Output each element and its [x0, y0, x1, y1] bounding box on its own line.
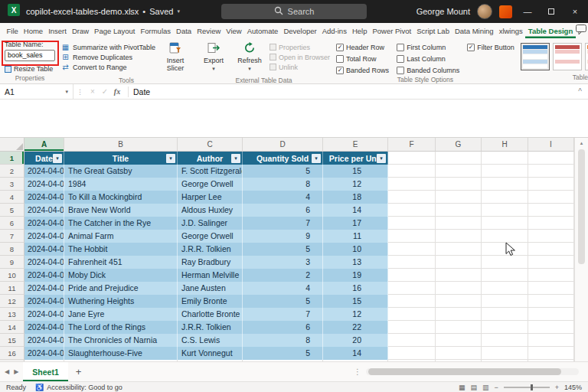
- cell-i12[interactable]: [528, 295, 574, 308]
- cell-d13[interactable]: 7: [243, 308, 323, 321]
- ribbon-tab-review[interactable]: Review: [194, 23, 224, 38]
- row-header-1[interactable]: 1: [0, 152, 24, 165]
- cell-i16[interactable]: [528, 347, 574, 360]
- cell-g7[interactable]: [436, 230, 482, 243]
- cell-i7[interactable]: [528, 230, 574, 243]
- sheet-nav-left-icon[interactable]: ◀: [5, 368, 9, 375]
- cell-a10[interactable]: 2024-04-05: [24, 269, 64, 282]
- cell-e17[interactable]: [323, 360, 388, 361]
- cell-b1[interactable]: Title▾: [64, 152, 178, 165]
- tab-splitter[interactable]: ⋮: [354, 368, 361, 376]
- sheet-tab-sheet1[interactable]: Sheet1: [23, 362, 67, 381]
- cell-f14[interactable]: [388, 321, 436, 334]
- cell-f3[interactable]: [388, 178, 436, 191]
- cell-h3[interactable]: [482, 178, 528, 191]
- cell-e11[interactable]: 16: [323, 282, 388, 295]
- red-table-style-thumbnail[interactable]: [553, 43, 582, 70]
- user-avatar[interactable]: [477, 4, 492, 19]
- cell-a1[interactable]: Date▾: [24, 152, 64, 165]
- filter-button-date[interactable]: ▾: [53, 154, 62, 163]
- filter-button-title[interactable]: ▾: [166, 154, 175, 163]
- cell-g1[interactable]: [436, 152, 482, 165]
- cell-a14[interactable]: 2024-04-07: [24, 321, 64, 334]
- maximize-button[interactable]: [543, 7, 560, 16]
- cell-b4[interactable]: To Kill a Mockingbird: [64, 191, 178, 204]
- cell-b5[interactable]: Brave New World: [64, 204, 178, 217]
- row-header-15[interactable]: 15: [0, 334, 24, 347]
- orange-table-style-thumbnail[interactable]: [585, 43, 588, 70]
- ribbon-tab-table-design[interactable]: Table Design: [525, 23, 575, 38]
- column-header-g[interactable]: G: [436, 138, 482, 152]
- cell-g13[interactable]: [436, 308, 482, 321]
- row-header-16[interactable]: 16: [0, 347, 24, 360]
- cell-a7[interactable]: 2024-04-04: [24, 230, 64, 243]
- cell-g2[interactable]: [436, 165, 482, 178]
- cell-f8[interactable]: [388, 243, 436, 256]
- row-header-17[interactable]: 17: [0, 360, 24, 361]
- horizontal-scrollbar[interactable]: [366, 368, 579, 375]
- header-row-checkbox[interactable]: ✓Header Row: [336, 43, 389, 51]
- cell-a16[interactable]: 2024-04-08: [24, 347, 64, 360]
- row-header-3[interactable]: 3: [0, 178, 24, 191]
- cell-d17[interactable]: [243, 360, 323, 361]
- cell-c17[interactable]: [178, 360, 243, 361]
- cell-i17[interactable]: [528, 360, 574, 361]
- normal-view-icon[interactable]: ▦: [459, 384, 466, 391]
- row-header-4[interactable]: 4: [0, 191, 24, 204]
- cell-e7[interactable]: 11: [323, 230, 388, 243]
- cell-a15[interactable]: 2024-04-08: [24, 334, 64, 347]
- cell-f2[interactable]: [388, 165, 436, 178]
- cell-f5[interactable]: [388, 204, 436, 217]
- cell-d8[interactable]: 5: [243, 243, 323, 256]
- cell-h13[interactable]: [482, 308, 528, 321]
- cell-a12[interactable]: 2024-04-06: [24, 295, 64, 308]
- cell-d5[interactable]: 6: [243, 204, 323, 217]
- ribbon-tab-draw[interactable]: Draw: [69, 23, 91, 38]
- table-name-input[interactable]: book_sales: [5, 50, 55, 61]
- cell-g14[interactable]: [436, 321, 482, 334]
- cell-f1[interactable]: [388, 152, 436, 165]
- cell-g8[interactable]: [436, 243, 482, 256]
- page-break-view-icon[interactable]: ▥: [482, 384, 489, 391]
- cell-b2[interactable]: The Great Gatsby: [64, 165, 178, 178]
- cell-d6[interactable]: 7: [243, 217, 323, 230]
- cell-f7[interactable]: [388, 230, 436, 243]
- cell-c9[interactable]: Ray Bradbury: [178, 256, 243, 269]
- cell-h4[interactable]: [482, 191, 528, 204]
- convert-to-range-button[interactable]: ⇄Convert to Range: [61, 62, 155, 72]
- cell-i14[interactable]: [528, 321, 574, 334]
- add-sheet-button[interactable]: +: [73, 366, 85, 377]
- column-header-b[interactable]: B: [64, 138, 178, 152]
- cell-e9[interactable]: 13: [323, 256, 388, 269]
- cell-b6[interactable]: The Catcher in the Rye: [64, 217, 178, 230]
- formula-bar-collapse-icon[interactable]: ^: [578, 87, 588, 96]
- cell-b14[interactable]: The Lord of the Rings: [64, 321, 178, 334]
- cell-d15[interactable]: 8: [243, 334, 323, 347]
- cell-i9[interactable]: [528, 256, 574, 269]
- ribbon-tab-xlwings[interactable]: xlwings: [496, 23, 525, 38]
- name-box-splitter[interactable]: ⋮: [74, 88, 87, 96]
- cell-f11[interactable]: [388, 282, 436, 295]
- cell-d10[interactable]: 2: [243, 269, 323, 282]
- cell-g12[interactable]: [436, 295, 482, 308]
- cell-g6[interactable]: [436, 217, 482, 230]
- column-header-e[interactable]: E: [323, 138, 388, 152]
- cell-h17[interactable]: [482, 360, 528, 361]
- zoom-level[interactable]: 145%: [564, 384, 582, 391]
- summarize-with-pivottable-button[interactable]: ▦Summarize with PivotTable: [61, 42, 155, 52]
- ribbon-tab-developer[interactable]: Developer: [281, 23, 319, 38]
- cell-f12[interactable]: [388, 295, 436, 308]
- cell-a17[interactable]: [24, 360, 64, 361]
- cell-a13[interactable]: 2024-04-07: [24, 308, 64, 321]
- properties-button[interactable]: Properties: [270, 42, 330, 52]
- insert-slicer-button[interactable]: Insert Slicer: [159, 41, 191, 75]
- cell-f4[interactable]: [388, 191, 436, 204]
- ribbon-tab-file[interactable]: File: [4, 23, 21, 38]
- comments-icon[interactable]: [576, 24, 586, 38]
- cell-f9[interactable]: [388, 256, 436, 269]
- column-header-h[interactable]: H: [482, 138, 528, 152]
- insert-function-icon[interactable]: fx: [111, 87, 123, 96]
- row-header-13[interactable]: 13: [0, 308, 24, 321]
- filter-button-checkbox[interactable]: ✓Filter Button: [467, 43, 514, 51]
- vertical-scroll-thumb[interactable]: [578, 149, 585, 264]
